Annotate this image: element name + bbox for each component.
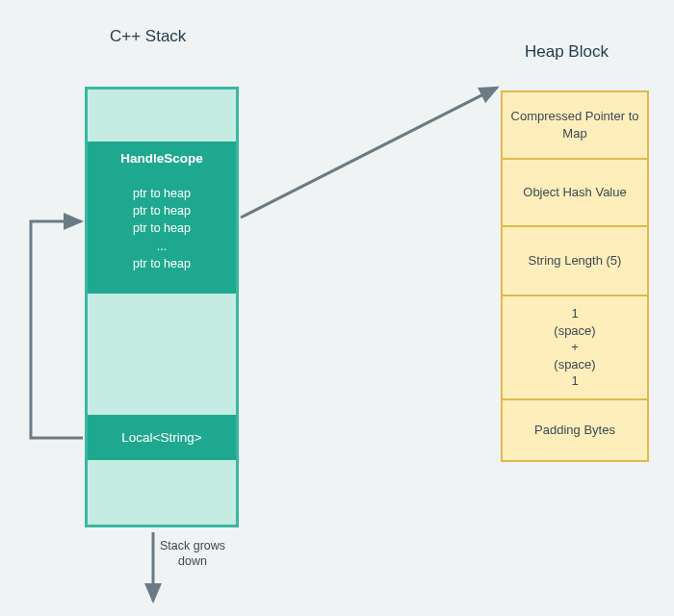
stack-title: C++ Stack bbox=[110, 27, 186, 46]
heap-cell-length: String Length (5) bbox=[503, 227, 647, 296]
heap-cell-map-ptr: Compressed Pointer to Map bbox=[503, 92, 647, 160]
arrow-ptr-to-heap bbox=[241, 88, 497, 218]
handlescope-ptr-list: ptr to heap ptr to heap ptr to heap ... … bbox=[133, 177, 191, 284]
heap-cell-padding: Padding Bytes bbox=[503, 400, 647, 460]
handlescope-frame: HandleScope ptr to heap ptr to heap ptr … bbox=[88, 141, 236, 294]
heap-block: Compressed Pointer to Map Object Hash Va… bbox=[501, 90, 649, 462]
heap-cell-content: 1 (space) + (space) 1 bbox=[503, 296, 647, 400]
handlescope-ptr-ellipsis: ... bbox=[133, 238, 191, 255]
handlescope-ptr: ptr to heap bbox=[133, 202, 191, 219]
handlescope-ptr: ptr to heap bbox=[133, 185, 191, 202]
stack-column: HandleScope ptr to heap ptr to heap ptr … bbox=[85, 87, 239, 527]
stack-spacer-mid bbox=[88, 294, 236, 415]
arrow-local-to-handlescope bbox=[31, 221, 83, 438]
stack-spacer-top bbox=[88, 90, 236, 141]
heap-title: Heap Block bbox=[525, 42, 609, 62]
local-string-frame: Local<String> bbox=[88, 415, 236, 460]
stack-grows-label: Stack grows down bbox=[149, 538, 236, 570]
handlescope-ptr: ptr to heap bbox=[133, 219, 191, 237]
heap-cell-hash: Object Hash Value bbox=[503, 160, 647, 227]
handlescope-ptr: ptr to heap bbox=[133, 255, 191, 272]
handlescope-title: HandleScope bbox=[120, 151, 203, 166]
